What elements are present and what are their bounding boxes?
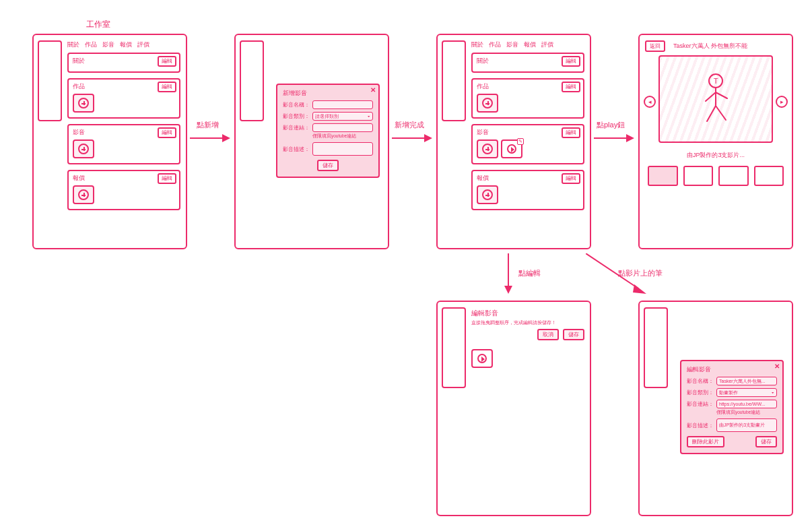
select-category[interactable]: 動畫製作 ▾	[716, 388, 777, 397]
input-desc[interactable]: 由JP製作的3支動畫片	[716, 418, 777, 432]
chevron-down-icon: ▾	[368, 115, 370, 118]
screen-add-modal: ✕ 新增影音 影音名稱： 影音類別： 請選擇類別 ▾ 影音連結： 僅限填寫you…	[234, 34, 389, 249]
input-link[interactable]	[312, 123, 373, 132]
edit-list-title: 編輯影音	[471, 309, 584, 318]
player-title: Tasker六萬人 外包無所不能	[673, 42, 747, 51]
video-thumb[interactable]: ✎	[501, 139, 522, 158]
cancel-button[interactable]: 取消	[537, 329, 559, 340]
card-video-title: 影音	[477, 129, 489, 135]
input-desc[interactable]	[312, 142, 373, 156]
chevron-right-icon: ▸	[780, 98, 784, 105]
add-video-button[interactable]	[477, 139, 498, 158]
modal-add-video: ✕ 新增影音 影音名稱： 影音類別： 請選擇類別 ▾ 影音連結： 僅限填寫you…	[276, 84, 380, 178]
select-category[interactable]: 請選擇類別 ▾	[312, 112, 373, 121]
select-category-value: 動畫製作	[719, 390, 738, 396]
tab-video[interactable]: 影音	[102, 40, 114, 49]
screen-edit-list: 編輯影音 直接拖曳調整順序，完成編輯請按儲存！ 取消 儲存	[436, 301, 591, 516]
tab-price[interactable]: 報價	[120, 40, 132, 49]
modal-edit-video: ✕ 編輯影音 影音名稱： Tasker六萬人外包無... 影音類別： 動畫製作 …	[680, 360, 784, 454]
tab-about[interactable]: 關於	[471, 40, 483, 49]
edit-button[interactable]: 編輯	[158, 82, 176, 92]
arrow	[190, 131, 230, 145]
save-button[interactable]: 儲存	[317, 160, 339, 171]
video-player[interactable]: T	[658, 55, 773, 143]
arrow	[392, 131, 432, 145]
chevron-left-icon: ◂	[648, 98, 652, 105]
add-video-button[interactable]	[73, 139, 94, 158]
player-caption: 由JP製作的3支影片...	[640, 151, 792, 160]
modal-edit-title: 編輯影音	[687, 365, 777, 374]
edit-button[interactable]: 編輯	[562, 82, 580, 92]
label-category: 影音類別：	[687, 389, 714, 396]
svg-marker-9	[504, 286, 512, 294]
sidebar	[442, 40, 466, 121]
card-works-title: 作品	[477, 83, 489, 90]
label-link: 影音連結：	[283, 124, 310, 131]
select-category-placeholder: 請選擇類別	[315, 113, 339, 120]
video-illustration: T	[692, 69, 739, 129]
pencil-icon[interactable]: ✎	[517, 138, 524, 145]
card-video: 影音 編輯	[67, 124, 180, 164]
add-works-button[interactable]	[477, 94, 498, 113]
arrow-label-click-add: 點新增	[197, 120, 219, 130]
save-button[interactable]: 儲存	[563, 329, 584, 340]
sidebar	[442, 307, 466, 388]
card-price-title: 報價	[73, 175, 85, 181]
sidebar	[644, 307, 668, 388]
prev-button[interactable]: ◂	[644, 96, 656, 108]
thumb-4[interactable]	[754, 166, 784, 186]
edit-button[interactable]: 編輯	[562, 127, 580, 138]
thumb-2[interactable]	[683, 166, 714, 186]
close-icon[interactable]: ✕	[370, 86, 376, 94]
add-works-button[interactable]	[73, 94, 94, 113]
tab-works[interactable]: 作品	[489, 40, 501, 49]
tab-works[interactable]: 作品	[85, 40, 97, 49]
edit-button[interactable]: 編輯	[158, 127, 176, 138]
arrow-label-add-done: 新增完成	[395, 120, 424, 130]
thumb-3[interactable]	[718, 166, 749, 186]
thumbs-row	[648, 166, 784, 186]
screen-studio: 關於 作品 影音 報價 評價 關於 編輯 作品 編輯 影音 編輯	[32, 34, 187, 249]
tab-about[interactable]: 關於	[67, 40, 79, 49]
back-button[interactable]: 返回	[645, 40, 665, 52]
input-link[interactable]: https://youtu.be/WW...	[716, 400, 777, 408]
tab-video[interactable]: 影音	[506, 40, 518, 49]
tabs: 關於 作品 影音 報價 評價	[471, 40, 584, 49]
arrow	[498, 253, 518, 294]
next-button[interactable]: ▸	[776, 96, 788, 108]
thumb-1[interactable]	[648, 166, 678, 186]
tab-price[interactable]: 報價	[524, 40, 536, 49]
input-name[interactable]: Tasker六萬人外包無...	[716, 377, 777, 385]
screen-player: 返回 Tasker六萬人 外包無所不能 T ◂ ▸ 由JP製作的3支影片...	[638, 34, 793, 249]
video-thumb-draggable[interactable]	[471, 349, 493, 368]
card-video-title: 影音	[73, 129, 85, 135]
edit-button[interactable]: 編輯	[562, 173, 580, 184]
edit-button[interactable]: 編輯	[562, 56, 580, 67]
edit-button[interactable]: 編輯	[158, 56, 176, 67]
link-hint: 僅限填寫youtube連結	[716, 410, 777, 416]
close-icon[interactable]: ✕	[774, 363, 780, 370]
add-price-button[interactable]	[477, 185, 498, 204]
play-icon	[507, 144, 516, 154]
label-desc: 影音描述：	[283, 146, 310, 153]
card-video: 影音 編輯 ✎	[471, 124, 584, 164]
edit-list-subtitle: 直接拖曳調整順序，完成編輯請按儲存！	[471, 319, 584, 326]
tab-review[interactable]: 評價	[541, 40, 553, 49]
input-name[interactable]	[312, 100, 373, 109]
arrow-label-click-play: 點play鈕	[597, 120, 625, 130]
plus-icon	[78, 189, 89, 200]
screen-edit-modal: ✕ 編輯影音 影音名稱： Tasker六萬人外包無... 影音類別： 動畫製作 …	[638, 301, 793, 516]
add-price-button[interactable]	[73, 185, 94, 204]
screen-studio-after: 關於 作品 影音 報價 評價 關於 編輯 作品 編輯 影音 編輯	[436, 34, 591, 249]
arrow-label-click-pencil: 點影片上的筆	[618, 268, 663, 278]
label-link: 影音連結：	[687, 400, 714, 408]
plus-icon	[482, 189, 493, 200]
label-category: 影音類別：	[283, 113, 310, 120]
play-icon	[477, 354, 487, 363]
label-desc: 影音描述：	[687, 422, 714, 429]
tab-review[interactable]: 評價	[137, 40, 149, 49]
save-button[interactable]: 儲存	[755, 436, 777, 447]
modal-add-title: 新增影音	[283, 89, 373, 98]
delete-video-button[interactable]: 刪除此影片	[687, 436, 724, 447]
edit-button[interactable]: 編輯	[158, 173, 176, 184]
